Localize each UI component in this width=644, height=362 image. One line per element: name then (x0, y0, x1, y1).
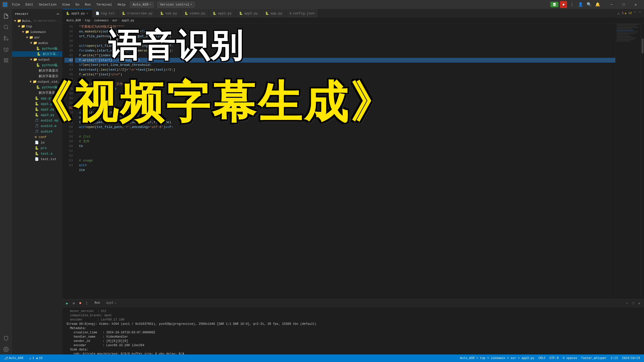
breadcrumb-asr[interactable]: asr (112, 19, 118, 22)
tree-item-active-file[interactable]: 🐍 解决字幕显示 (12, 51, 62, 57)
code-line-50 (75, 96, 615, 101)
close-tab-icon[interactable]: ✕ (115, 301, 116, 305)
tree-item-output-srt2[interactable]: 解决字幕显示 (12, 73, 62, 79)
tab-app3py[interactable]: 🐍 app3.py ✕ (62, 9, 92, 18)
tab-close-btn[interactable]: ✕ (87, 12, 88, 15)
activity-extensions[interactable] (1, 55, 11, 65)
activity-search[interactable] (1, 22, 11, 32)
menu-file[interactable]: File (10, 2, 22, 8)
menu-help[interactable]: Help (115, 2, 128, 8)
panel-collapse-btn[interactable]: ─ (624, 300, 630, 306)
scrollbar[interactable] (640, 23, 644, 299)
code-line-58: # 文件 (75, 139, 615, 144)
activity-remote[interactable] (1, 333, 11, 343)
tree-item-ov-py1[interactable]: 🐍 python编写的 (12, 84, 62, 90)
activity-files[interactable] (1, 11, 11, 21)
tab-app1py[interactable]: 🐍 app1.py (209, 9, 235, 18)
status-encoding[interactable]: UTF-8 (548, 356, 560, 360)
tree-item-app1-py[interactable]: 🐍 app1.py (12, 101, 62, 107)
run-tab-run[interactable]: Run (92, 299, 103, 307)
activity-git[interactable] (1, 33, 11, 43)
code-line-57: # [txt (75, 134, 615, 139)
extension-btn[interactable] (550, 2, 558, 7)
menu-terminal[interactable]: Terminal (94, 2, 114, 8)
tab-configjson[interactable]: ⚙ config.json (286, 9, 318, 18)
menu-run[interactable]: Run (82, 2, 93, 8)
tree-item-testa[interactable]: 🐍 test.a (12, 151, 62, 156)
panel-close-btn[interactable]: ✕ (636, 300, 642, 306)
tab-logtxt[interactable]: 📄 log.txt (92, 9, 118, 18)
status-path[interactable]: Auto_ASR > top > lukeewin > asr > app3.p… (459, 356, 536, 360)
folder-icon: 📁 (21, 24, 25, 28)
tree-item-py1[interactable]: 🐍 python编写的 (12, 46, 62, 51)
tab-apppy[interactable]: 🐍 app.py (262, 9, 286, 18)
tree-item-output-py1[interactable]: 🐍 python编写的 (12, 62, 62, 68)
tree-item-output-video[interactable]: ▼ 📁 output_video (12, 79, 62, 84)
close-btn[interactable]: ✕ (630, 0, 641, 9)
terminal-output[interactable]: minor_version : 512 compatible_brands: m… (62, 307, 644, 354)
svg-point-12 (5, 349, 7, 350)
tree-item-audio3[interactable]: 🎵 audio3.m (12, 123, 62, 129)
menu-go[interactable]: Go (73, 2, 82, 8)
breadcrumb-auto-asr[interactable]: Auto_ASR (66, 19, 81, 22)
tree-item-audio4[interactable]: 🎵 audio4 (12, 129, 62, 134)
file-tree: ▼ 📁 Auto_ASR D:\Works\Pyth... ▼ 📁 top ▼ … (12, 18, 62, 354)
tree-item-output[interactable]: ▼ 📁 output (12, 57, 62, 62)
sidebar: Project ⋯ ▼ 📁 Auto_ASR D:\Works\Pyth... … (12, 9, 62, 354)
tree-item-asr[interactable]: ▼ 📁 asr (12, 35, 62, 40)
tree-item-lukeewin[interactable]: ▼ 📁 lukeewin (12, 29, 62, 35)
tree-item-testtxt[interactable]: 📄 test.txt (12, 156, 62, 162)
tree-item-audio2[interactable]: 🎵 audio2.mp (12, 118, 62, 123)
status-line-ending[interactable]: CRLF (537, 356, 547, 360)
code-line-45: f.write(f"{text}\n\n") (75, 72, 615, 77)
tree-item-auto-asr[interactable]: ▼ 📁 Auto_ASR D:\Works\Pyth... (12, 18, 62, 24)
search-icon[interactable]: 🔍 (586, 1, 593, 8)
dots-btn[interactable]: ⋮ (84, 300, 90, 306)
tree-item-ov-srt1[interactable]: 解决字幕显示 (12, 90, 62, 96)
tree-item-pro[interactable]: 🐍 pro (12, 145, 62, 151)
menu-edit[interactable]: Edit (23, 2, 36, 8)
tree-item-app3-py[interactable]: 🐍 app3.py (12, 112, 62, 118)
tree-item-output-srt1[interactable]: 解决字幕显示 (12, 68, 62, 73)
activity-settings[interactable] (1, 344, 11, 354)
activity-debug[interactable] (1, 44, 11, 54)
maximize-btn[interactable]: □ (618, 0, 629, 9)
breadcrumb-app3py[interactable]: app3.py (122, 19, 134, 22)
version-control-btn[interactable]: Version control ▼ (157, 2, 195, 8)
restart-btn[interactable]: ↺ (71, 300, 76, 306)
tree-item-lo[interactable]: 📄 lo (12, 140, 62, 145)
menu-view[interactable]: View (60, 2, 72, 8)
minimize-btn[interactable]: ─ (606, 0, 617, 9)
tab-vadpy[interactable]: 🐍 vad.py (156, 9, 181, 18)
editor-area: 🐍 app3.py ✕ 📄 log.txt 🐍 transcribe.py 🐍 … (62, 9, 644, 354)
status-indent[interactable]: 4 spaces (561, 356, 579, 360)
tree-item-top[interactable]: ▼ 📁 top (12, 24, 62, 29)
tab-transcribepy[interactable]: 🐍 transcribe.py (118, 9, 156, 18)
tree-item-app-py[interactable]: 🐍 app.py (12, 96, 62, 101)
stop-icon[interactable]: ■ (560, 1, 567, 8)
folder-icon: 📁 (25, 30, 29, 34)
project-name-btn[interactable]: Auto_ASR ▼ (130, 2, 154, 8)
tree-item-conf[interactable]: ⚙ conf (12, 134, 62, 140)
tab-videopy[interactable]: 🐍 video.py (181, 9, 209, 18)
expand-icon[interactable]: ˅ (638, 10, 642, 17)
status-branch[interactable]: ⎇ Auto_ASR (3, 354, 25, 362)
status-lang[interactable]: faster_whisper (580, 356, 608, 360)
status-errors[interactable]: ⚠ 1 ▲ 16 (28, 354, 44, 362)
breadcrumb-top[interactable]: top (85, 19, 90, 22)
collapse-icon[interactable]: ˄ (633, 10, 637, 17)
account-icon[interactable]: 👤 (577, 1, 584, 8)
more-options-icon[interactable]: ⋮ (569, 1, 576, 8)
sidebar-more-btn[interactable]: ⋯ (57, 12, 59, 17)
tab-app2py[interactable]: 🐍 app2.py (235, 9, 262, 18)
tree-item-app2-py[interactable]: 🐍 app2.py (12, 107, 62, 112)
notifications-icon[interactable]: 🔔 (594, 1, 601, 8)
run-tab-app3[interactable]: app3 ✕ (103, 299, 119, 307)
breadcrumb-lukeewin[interactable]: lukeewin (94, 19, 109, 22)
stop-btn[interactable]: ■ (77, 300, 83, 306)
play-btn[interactable]: ▶ (64, 300, 70, 306)
panel-max-btn[interactable]: □ (630, 300, 636, 306)
tree-item-audio[interactable]: ▼ 📁 audio (12, 40, 62, 46)
menu-selection[interactable]: Selection (36, 2, 59, 8)
code-editor[interactable]: "字幕格式为ASR格式文件"""" os.makedirs(output_dir… (75, 23, 615, 299)
